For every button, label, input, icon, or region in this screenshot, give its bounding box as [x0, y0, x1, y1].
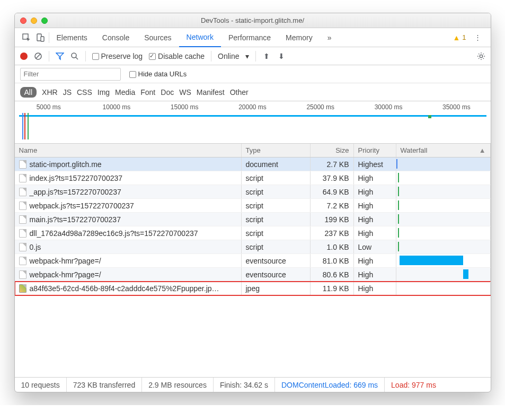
status-dcl: DOMContentLoaded: 669 ms — [275, 378, 385, 392]
file-icon — [19, 174, 26, 182]
filter-icon[interactable] — [56, 52, 64, 60]
type-other[interactable]: Other — [230, 88, 249, 97]
filter-input[interactable] — [20, 68, 121, 81]
request-type: eventsource — [242, 254, 311, 267]
request-name: _app.js?ts=1572270700237 — [30, 188, 121, 196]
col-type[interactable]: Type — [242, 144, 311, 157]
gear-icon[interactable] — [477, 52, 485, 60]
tab-network[interactable]: Network — [179, 28, 221, 47]
type-img[interactable]: Img — [98, 88, 110, 97]
request-name: dll_1762a4d98a7289ec16c9.js?ts=157227070… — [30, 229, 198, 238]
zoom-button[interactable] — [41, 18, 48, 24]
status-load: Load: 977 ms — [385, 378, 442, 392]
request-type: script — [242, 185, 311, 198]
file-icon — [19, 257, 26, 265]
request-waterfall — [396, 254, 491, 267]
request-waterfall — [396, 226, 491, 240]
hide-data-urls-checkbox[interactable]: Hide data URLs — [129, 70, 187, 78]
disable-cache-checkbox[interactable]: Disable cache — [149, 52, 205, 60]
request-size: 80.6 KB — [311, 268, 354, 281]
warning-icon: ▲ — [453, 33, 460, 42]
tab-performance[interactable]: Performance — [221, 28, 278, 47]
filter-bar: Hide data URLs — [15, 65, 491, 83]
request-name: 0.js — [30, 243, 41, 251]
traffic-lights — [20, 18, 48, 24]
svg-rect-2 — [41, 37, 44, 41]
device-icon[interactable] — [36, 33, 45, 42]
col-waterfall[interactable]: Waterfall▲ — [396, 144, 491, 157]
request-waterfall — [396, 213, 491, 226]
upload-har-icon[interactable]: ⬆ — [262, 52, 271, 60]
type-font[interactable]: Font — [140, 88, 155, 97]
timeline-overview[interactable]: 5000 ms 10000 ms 15000 ms 20000 ms 25000… — [15, 101, 491, 144]
request-priority: High — [354, 185, 396, 198]
inspect-icon[interactable] — [22, 33, 31, 42]
table-row[interactable]: webpack-hmr?page=/eventsource81.0 KBHigh — [15, 254, 491, 268]
preserve-log-checkbox[interactable]: Preserve log — [92, 52, 143, 60]
col-size[interactable]: Size — [311, 144, 354, 157]
table-row[interactable]: 0.jsscript1.0 KBLow — [15, 240, 491, 254]
request-size: 7.2 KB — [311, 199, 354, 212]
table-row[interactable]: dll_1762a4d98a7289ec16c9.js?ts=157227070… — [15, 226, 491, 240]
type-doc[interactable]: Doc — [161, 88, 174, 97]
request-type: script — [242, 226, 311, 240]
request-type: script — [242, 213, 311, 226]
kebab-icon[interactable]: ⋮ — [474, 33, 482, 42]
request-type: jpeg — [242, 282, 311, 295]
type-media[interactable]: Media — [115, 88, 135, 97]
request-name: webpack-hmr?page=/ — [30, 270, 101, 279]
warnings-badge[interactable]: ▲1 — [453, 33, 466, 42]
file-icon — [19, 270, 26, 279]
table-row[interactable]: a84f63e5-62cd-456b-89f4-c2adddc4e575%2Fp… — [15, 282, 491, 295]
table-row[interactable]: main.js?ts=1572270700237script199 KBHigh — [15, 213, 491, 226]
titlebar: DevTools - static-import.glitch.me/ — [15, 13, 491, 28]
file-icon — [19, 284, 26, 293]
request-name: index.js?ts=1572270700237 — [30, 174, 123, 182]
minimize-button[interactable] — [31, 18, 37, 24]
request-size: 1.0 KB — [311, 240, 354, 253]
request-priority: High — [354, 171, 396, 185]
svg-line-4 — [36, 54, 40, 58]
table-row[interactable]: _app.js?ts=1572270700237script64.9 KBHig… — [15, 185, 491, 199]
request-size: 11.9 KB — [311, 282, 354, 295]
svg-point-7 — [480, 55, 482, 57]
panel-tabs: Elements Console Sources Network Perform… — [49, 28, 448, 47]
request-waterfall — [396, 158, 491, 171]
file-icon — [19, 188, 26, 196]
request-priority: Highest — [354, 158, 396, 171]
tab-console[interactable]: Console — [95, 28, 137, 47]
request-waterfall — [396, 240, 491, 253]
table-row[interactable]: webpack.js?ts=1572270700237script7.2 KBH… — [15, 199, 491, 213]
type-css[interactable]: CSS — [77, 88, 92, 97]
tab-memory[interactable]: Memory — [278, 28, 320, 47]
status-transferred: 723 KB transferred — [67, 378, 143, 392]
search-icon[interactable] — [70, 52, 79, 60]
download-har-icon[interactable]: ⬇ — [277, 52, 286, 60]
request-size: 2.7 KB — [311, 158, 354, 171]
status-bar: 10 requests 723 KB transferred 2.9 MB re… — [15, 377, 491, 392]
col-name[interactable]: Name — [15, 144, 242, 157]
tab-elements[interactable]: Elements — [49, 28, 95, 47]
request-priority: High — [354, 226, 396, 240]
tab-more[interactable]: » — [320, 28, 339, 47]
request-type: script — [242, 199, 311, 212]
type-js[interactable]: JS — [63, 88, 72, 97]
throttling-select[interactable]: Online ▾ — [218, 52, 249, 60]
table-row[interactable]: index.js?ts=1572270700237script37.9 KBHi… — [15, 171, 491, 185]
tab-sources[interactable]: Sources — [137, 28, 179, 47]
record-button[interactable] — [20, 52, 28, 60]
request-size: 199 KB — [311, 213, 354, 226]
type-manifest[interactable]: Manifest — [197, 88, 225, 97]
request-priority: High — [354, 254, 396, 267]
table-row[interactable]: static-import.glitch.medocument2.7 KBHig… — [15, 158, 491, 171]
request-waterfall — [396, 185, 491, 198]
col-priority[interactable]: Priority — [354, 144, 396, 157]
request-name: a84f63e5-62cd-456b-89f4-c2adddc4e575%2Fp… — [30, 284, 219, 293]
clear-icon[interactable] — [34, 52, 42, 60]
type-ws[interactable]: WS — [179, 88, 191, 97]
request-name: static-import.glitch.me — [30, 160, 102, 169]
table-row[interactable]: webpack-hmr?page=/eventsource80.6 KBHigh — [15, 268, 491, 282]
close-button[interactable] — [20, 18, 26, 24]
type-all[interactable]: All — [20, 87, 37, 98]
type-xhr[interactable]: XHR — [42, 88, 58, 97]
